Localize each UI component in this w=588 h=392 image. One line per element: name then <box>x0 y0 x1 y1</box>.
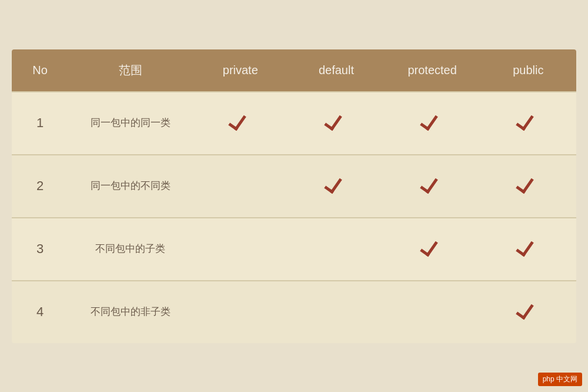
row-3-scope: 不同包中的子类 <box>68 218 192 281</box>
header-private: private <box>192 49 288 92</box>
table-row: 3 不同包中的子类 <box>12 218 576 281</box>
header-no: No <box>12 49 68 92</box>
table-row: 4 不同包中的非子类 <box>12 281 576 343</box>
header-protected: protected <box>385 49 480 92</box>
check-icon <box>231 110 250 134</box>
check-icon <box>519 299 537 323</box>
table-row: 1 同一包中的同一类 <box>12 92 576 155</box>
row-2-scope: 同一包中的不同类 <box>68 155 192 218</box>
row-1-default <box>288 92 384 155</box>
access-modifier-table: No 范围 private default protected public 1… <box>12 49 576 343</box>
row-1-scope: 同一包中的同一类 <box>68 92 192 155</box>
row-2-private <box>192 155 288 218</box>
row-2-public <box>480 155 576 218</box>
table-body: 1 同一包中的同一类 2 同一包中的不同类 3 不同包中的子类 <box>12 92 576 343</box>
row-4-protected <box>385 281 480 343</box>
row-4-default <box>288 281 384 343</box>
row-3-public <box>480 218 576 281</box>
check-icon <box>519 110 537 134</box>
row-1-public <box>480 92 576 155</box>
row-4-public <box>480 281 576 343</box>
table-header: No 范围 private default protected public <box>12 49 576 92</box>
check-icon <box>423 110 442 134</box>
row-3-no: 3 <box>12 218 68 281</box>
check-icon <box>327 110 346 134</box>
header-public: public <box>480 49 576 92</box>
row-2-default <box>288 155 384 218</box>
check-icon <box>519 236 537 260</box>
header-scope: 范围 <box>68 49 192 92</box>
row-4-no: 4 <box>12 281 68 343</box>
row-1-protected <box>385 92 480 155</box>
row-2-protected <box>385 155 480 218</box>
check-icon <box>519 173 537 197</box>
watermark: php 中文网 <box>538 373 582 386</box>
check-icon <box>423 173 442 197</box>
row-2-no: 2 <box>12 155 68 218</box>
row-4-scope: 不同包中的非子类 <box>68 281 192 343</box>
row-3-default <box>288 218 384 281</box>
row-1-private <box>192 92 288 155</box>
row-3-protected <box>385 218 480 281</box>
row-1-no: 1 <box>12 92 68 155</box>
row-3-private <box>192 218 288 281</box>
check-icon <box>423 236 442 260</box>
row-4-private <box>192 281 288 343</box>
header-default: default <box>288 49 384 92</box>
check-icon <box>327 173 346 197</box>
table-row: 2 同一包中的不同类 <box>12 155 576 218</box>
